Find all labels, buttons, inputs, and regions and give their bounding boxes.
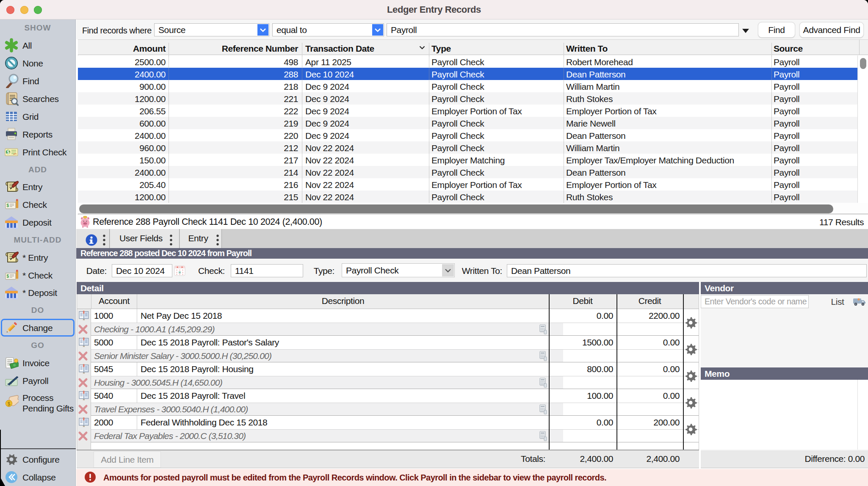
- svg-text:$: $: [6, 274, 9, 279]
- svg-text:$: $: [6, 203, 9, 208]
- svg-text:$: $: [8, 401, 11, 407]
- svg-text:$: $: [7, 149, 9, 155]
